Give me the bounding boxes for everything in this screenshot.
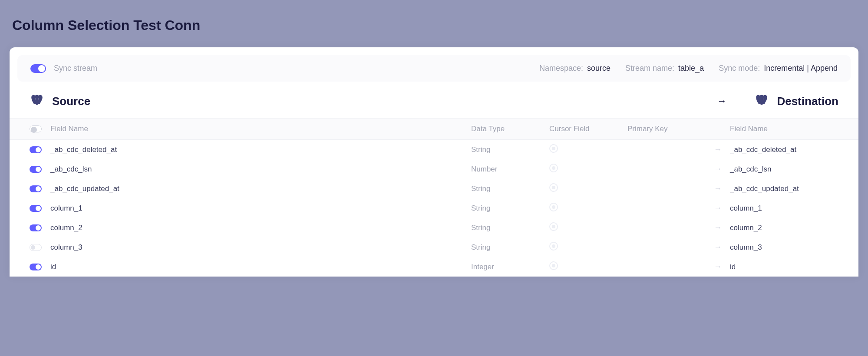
data-type: String	[471, 224, 549, 232]
namespace-value: source	[587, 64, 611, 73]
dest-field-name: _ab_cdc_deleted_at	[730, 145, 838, 154]
data-type: String	[471, 243, 549, 252]
table-row: column_2 String → column_2	[10, 218, 858, 237]
namespace-label: Namespace:	[539, 64, 583, 73]
cursor-radio[interactable]	[549, 164, 558, 172]
dest-field-name: _ab_cdc_updated_at	[730, 185, 838, 193]
arrow-right-icon: →	[706, 184, 730, 193]
arrow-right-icon: →	[706, 145, 730, 154]
field-toggle[interactable]	[30, 166, 42, 173]
stream-panel: Sync stream Namespace: source Stream nam…	[10, 47, 858, 277]
table-row: column_3 String → column_3	[10, 237, 858, 257]
field-toggle[interactable]	[30, 244, 42, 251]
sync-stream-label: Sync stream	[54, 64, 97, 73]
source-field-name: column_1	[50, 204, 471, 213]
source-section: Source	[30, 94, 90, 109]
arrow-right-icon: →	[706, 165, 730, 174]
dest-field-name: column_1	[730, 204, 838, 213]
data-type: String	[471, 204, 549, 213]
field-toggle[interactable]	[30, 185, 42, 192]
cursor-radio[interactable]	[549, 222, 558, 231]
data-type: String	[471, 185, 549, 193]
source-field-name: column_3	[50, 243, 471, 252]
destination-title: Destination	[777, 95, 838, 108]
cursor-radio[interactable]	[549, 242, 558, 251]
header-field-name: Field Name	[50, 125, 471, 133]
field-table: Field Name Data Type Cursor Field Primar…	[10, 118, 858, 277]
stream-header: Sync stream Namespace: source Stream nam…	[17, 55, 851, 82]
source-field-name: id	[50, 263, 471, 271]
source-field-name: _ab_cdc_deleted_at	[50, 145, 471, 154]
arrow-right-icon: →	[706, 262, 730, 271]
arrow-right-icon: →	[706, 204, 730, 213]
header-primary-key: Primary Key	[627, 125, 706, 133]
field-toggle[interactable]	[30, 264, 42, 270]
source-field-name: column_2	[50, 224, 471, 232]
table-row: id Integer → id	[10, 257, 858, 277]
namespace-meta: Namespace: source	[539, 64, 611, 73]
sync-mode-label: Sync mode:	[719, 64, 760, 73]
section-headers: Source → Destination	[10, 82, 858, 118]
field-toggle[interactable]	[30, 205, 42, 212]
stream-name-meta: Stream name: table_a	[625, 64, 704, 73]
arrow-right-icon: →	[706, 223, 730, 232]
data-type: Number	[471, 165, 549, 174]
table-row: _ab_cdc_deleted_at String → _ab_cdc_dele…	[10, 140, 858, 159]
select-all-toggle[interactable]	[30, 125, 42, 132]
field-toggle[interactable]	[30, 146, 42, 153]
data-type: Integer	[471, 263, 549, 271]
source-field-name: _ab_cdc_updated_at	[50, 185, 471, 193]
header-cursor-field: Cursor Field	[549, 125, 627, 133]
data-type: String	[471, 145, 549, 154]
sync-mode-value: Incremental | Append	[764, 64, 838, 73]
stream-name-value: table_a	[678, 64, 704, 73]
postgres-icon	[30, 94, 44, 109]
cursor-radio[interactable]	[549, 261, 558, 270]
dest-field-name: id	[730, 263, 838, 271]
stream-meta: Namespace: source Stream name: table_a S…	[539, 64, 838, 73]
sync-stream-toggle[interactable]	[30, 64, 46, 73]
field-toggle[interactable]	[30, 224, 42, 231]
arrow-right-icon: →	[717, 96, 726, 107]
cursor-radio[interactable]	[549, 203, 558, 211]
stream-name-label: Stream name:	[625, 64, 674, 73]
page-title: Column Selection Test Conn	[0, 0, 868, 33]
source-title: Source	[52, 95, 90, 108]
arrow-right-icon: →	[706, 243, 730, 252]
sync-mode-meta: Sync mode: Incremental | Append	[719, 64, 838, 73]
dest-field-name: column_2	[730, 224, 838, 232]
header-dest-field-name: Field Name	[730, 125, 838, 133]
header-data-type: Data Type	[471, 125, 549, 133]
source-field-name: _ab_cdc_lsn	[50, 165, 471, 174]
table-row: column_1 String → column_1	[10, 198, 858, 218]
postgres-icon	[754, 94, 769, 109]
table-row: _ab_cdc_updated_at String → _ab_cdc_upda…	[10, 179, 858, 198]
cursor-radio[interactable]	[549, 144, 558, 153]
cursor-radio[interactable]	[549, 183, 558, 192]
dest-field-name: _ab_cdc_lsn	[730, 165, 838, 174]
dest-field-name: column_3	[730, 243, 838, 252]
table-header: Field Name Data Type Cursor Field Primar…	[10, 118, 858, 140]
table-row: _ab_cdc_lsn Number → _ab_cdc_lsn	[10, 159, 858, 179]
destination-section: Destination	[754, 94, 838, 109]
